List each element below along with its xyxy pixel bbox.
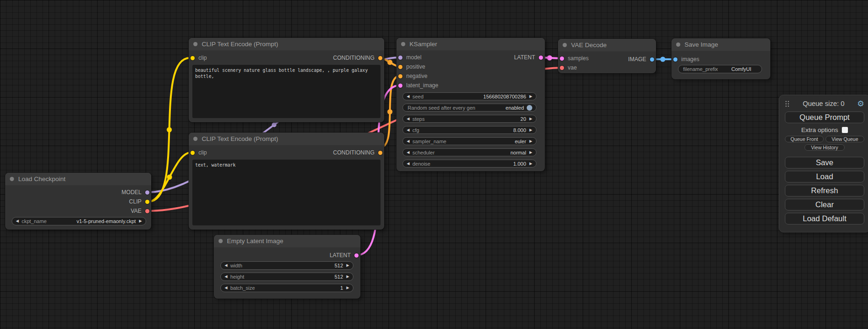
model-port-icon[interactable] xyxy=(398,56,402,60)
widget-cfg[interactable]: ◀ cfg 8.000 ▶ xyxy=(402,126,536,134)
toggle-on-icon[interactable] xyxy=(527,105,532,111)
save-button[interactable]: Save xyxy=(785,157,864,168)
node-status-dot-icon xyxy=(193,42,198,46)
vae-port-icon[interactable] xyxy=(145,209,149,213)
refresh-button[interactable]: Refresh xyxy=(785,185,864,196)
slot-label: positive xyxy=(406,63,425,70)
conditioning-port-icon[interactable] xyxy=(378,56,382,60)
gear-icon[interactable]: ⚙ xyxy=(857,100,864,108)
extra-options-checkbox[interactable] xyxy=(842,127,848,133)
node-title: CLIP Text Encode (Prompt) xyxy=(202,135,278,142)
widget-height[interactable]: ◀ height 512 ▶ xyxy=(220,273,353,281)
increment-icon[interactable]: ▶ xyxy=(529,162,532,166)
clip-port-icon[interactable] xyxy=(191,56,195,60)
node-title-bar: CLIP Text Encode (Prompt) xyxy=(189,38,384,50)
increment-icon[interactable]: ▶ xyxy=(346,264,349,267)
widget-label: Random seed after every gen xyxy=(408,105,475,111)
latent-port-icon[interactable] xyxy=(560,56,564,61)
increment-icon[interactable]: ▶ xyxy=(529,117,532,121)
node-title-bar: Save Image xyxy=(671,38,770,51)
image-port-icon[interactable] xyxy=(673,57,677,62)
increment-icon[interactable]: ▶ xyxy=(529,128,532,132)
node-status-dot-icon xyxy=(676,42,680,47)
decrement-icon[interactable]: ◀ xyxy=(225,275,227,279)
link-midpoint-dot xyxy=(272,123,276,127)
increment-icon[interactable]: ▶ xyxy=(346,275,349,279)
widget-seed[interactable]: ◀ seed 156680208700286 ▶ xyxy=(402,92,536,100)
image-port-icon[interactable] xyxy=(650,57,654,62)
conditioning-port-icon[interactable] xyxy=(378,151,382,155)
slot-label: images xyxy=(681,56,699,63)
widget-random-seed-toggle[interactable]: Random seed after every gen enabled xyxy=(402,104,536,112)
increment-icon[interactable]: ▶ xyxy=(529,151,532,154)
widget-label: cfg xyxy=(412,127,419,133)
view-queue-button[interactable]: View Queue xyxy=(826,136,864,142)
load-default-button[interactable]: Load Default xyxy=(785,213,864,224)
node-vae-decode[interactable]: VAE Decode samples vae IMAGE xyxy=(558,39,656,73)
clear-button[interactable]: Clear xyxy=(785,199,864,210)
widget-width[interactable]: ◀ width 512 ▶ xyxy=(220,261,353,270)
node-load-checkpoint[interactable]: Load Checkpoint MODEL CLIP VAE ◀ ckpt_na… xyxy=(5,173,151,230)
input-slot-images: images xyxy=(673,56,699,63)
widget-denoise[interactable]: ◀ denoise 1.000 ▶ xyxy=(402,160,536,168)
decrement-icon[interactable]: ◀ xyxy=(407,151,409,154)
node-title: Load Checkpoint xyxy=(18,175,65,182)
widget-label: width xyxy=(230,263,242,268)
slot-label: negative xyxy=(406,73,427,79)
decrement-icon[interactable]: ◀ xyxy=(407,117,409,121)
widget-sampler-name[interactable]: ◀ sampler_name euler ▶ xyxy=(402,137,536,145)
decrement-icon[interactable]: ◀ xyxy=(225,264,227,267)
comfyui-canvas[interactable]: { "colors": { "model": "#B39DDB", "clip"… xyxy=(0,0,868,329)
queue-prompt-button[interactable]: Queue Prompt xyxy=(785,112,864,123)
node-empty-latent-image[interactable]: Empty Latent Image LATENT ◀ width 512 ▶ … xyxy=(214,235,360,299)
conditioning-port-icon[interactable] xyxy=(398,74,402,78)
node-status-dot-icon xyxy=(10,177,14,181)
vae-port-icon[interactable] xyxy=(560,66,564,70)
slot-label: CONDITIONING xyxy=(333,55,374,61)
node-title: KSampler xyxy=(409,41,437,48)
increment-icon[interactable]: ▶ xyxy=(139,219,142,223)
increment-icon[interactable]: ▶ xyxy=(529,95,532,98)
slot-label: CLIP xyxy=(129,198,141,205)
clip-port-icon[interactable] xyxy=(191,151,195,155)
decrement-icon[interactable]: ◀ xyxy=(407,162,409,166)
node-title: VAE Decode xyxy=(571,42,607,49)
link-midpoint-dot xyxy=(167,127,172,133)
widget-steps[interactable]: ◀ steps 20 ▶ xyxy=(402,115,536,123)
decrement-icon[interactable]: ◀ xyxy=(407,140,409,143)
decrement-icon[interactable]: ◀ xyxy=(225,286,227,290)
widget-filename-prefix[interactable]: filename_prefix ComfyUI xyxy=(678,65,762,73)
decrement-icon[interactable]: ◀ xyxy=(407,95,409,98)
widget-label: filename_prefix xyxy=(683,66,718,72)
node-clip-text-encode-negative[interactable]: CLIP Text Encode (Prompt) clip CONDITION… xyxy=(189,133,384,230)
increment-icon[interactable]: ▶ xyxy=(529,140,532,143)
load-button[interactable]: Load xyxy=(785,171,864,182)
conditioning-port-icon[interactable] xyxy=(398,65,402,69)
decrement-icon[interactable]: ◀ xyxy=(407,128,409,132)
widget-ckpt-name[interactable]: ◀ ckpt_name v1-5-pruned-emaonly.ckpt ▶ xyxy=(12,217,146,225)
model-port-icon[interactable] xyxy=(145,190,149,195)
prompt-textarea[interactable]: beautiful scenery nature glass bottle la… xyxy=(192,65,381,118)
widget-batch-size[interactable]: ◀ batch_size 1 ▶ xyxy=(220,284,353,292)
latent-port-icon[interactable] xyxy=(539,56,543,60)
input-slot-positive: positive xyxy=(398,63,425,70)
node-title-bar: Load Checkpoint xyxy=(5,173,151,185)
view-history-button[interactable]: View History xyxy=(804,144,845,151)
clip-port-icon[interactable] xyxy=(145,200,149,204)
node-ksampler[interactable]: KSampler model positive negative latent_… xyxy=(396,38,545,171)
latent-port-icon[interactable] xyxy=(398,84,402,88)
slot-label: MODEL xyxy=(121,189,141,196)
widget-value: normal xyxy=(510,150,526,155)
widget-scheduler[interactable]: ◀ scheduler normal ▶ xyxy=(402,148,536,156)
queue-front-button[interactable]: Queue Front xyxy=(785,136,824,142)
slot-label: clip xyxy=(198,149,207,156)
decrement-icon[interactable]: ◀ xyxy=(16,219,19,223)
link-midpoint-dot xyxy=(547,56,552,61)
node-clip-text-encode-positive[interactable]: CLIP Text Encode (Prompt) clip CONDITION… xyxy=(189,38,384,122)
latent-port-icon[interactable] xyxy=(354,253,359,258)
node-save-image[interactable]: Save Image images filename_prefix ComfyU… xyxy=(671,38,770,79)
widget-value: 156680208700286 xyxy=(483,94,526,99)
drag-handle-icon[interactable] xyxy=(785,100,790,107)
prompt-textarea[interactable]: text, watermark xyxy=(192,160,381,225)
increment-icon[interactable]: ▶ xyxy=(346,286,349,290)
